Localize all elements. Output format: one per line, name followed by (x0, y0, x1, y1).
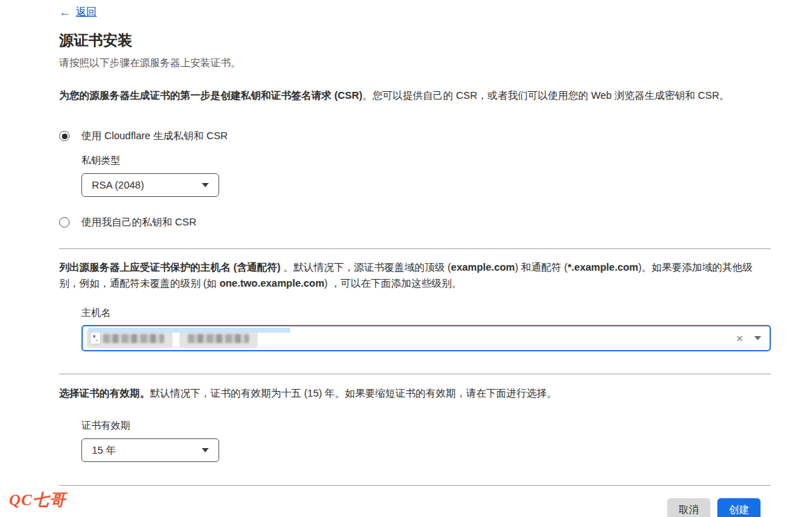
section-divider (59, 374, 771, 374)
private-key-type-label: 私钥类型 (81, 154, 771, 167)
radio-option-own-label: 使用我自己的私钥和 CSR (81, 216, 196, 229)
hostnames-paragraph: 列出源服务器上应受证书保护的主机名 (含通配符) 。默认情况下，源证书覆盖域的顶… (59, 260, 771, 292)
radio-button-selected-icon[interactable] (59, 131, 70, 141)
hostname-multiselect-input[interactable]: *. × (81, 325, 771, 351)
validity-bold-text: 选择证书的有效期。 (59, 388, 150, 399)
cancel-button[interactable]: 取消 (667, 498, 710, 517)
page-subtitle: 请按照以下步骤在源服务器上安装证书。 (59, 56, 771, 70)
hostname-label: 主机名 (81, 307, 771, 319)
chevron-down-icon[interactable] (754, 336, 761, 340)
validity-paragraph: 选择证书的有效期。默认情况下，证书的有效期为十五 (15) 年。如果要缩短证书的… (59, 385, 771, 401)
wildcard-prefix: *. (90, 332, 101, 344)
back-navigation[interactable]: ← 返回 (59, 6, 771, 19)
masked-hostname-text (188, 334, 249, 343)
intro-paragraph: 为您的源服务器生成证书的第一步是创建私钥和证书签名请求 (CSR)。您可以提供自… (59, 88, 771, 104)
radio-option-own-csr[interactable]: 使用我自己的私钥和 CSR (59, 216, 771, 229)
radio-option-cloudflare-csr[interactable]: 使用 Cloudflare 生成私钥和 CSR (59, 129, 771, 143)
chevron-down-icon (202, 448, 209, 452)
footer-actions: 取消 创建 (59, 498, 771, 517)
back-link[interactable]: 返回 (76, 6, 97, 19)
origin-cert-install-page: ← 返回 源证书安装 请按照以下步骤在源服务器上安装证书。 为您的源服务器生成证… (0, 0, 812, 517)
clear-icon[interactable]: × (736, 333, 743, 344)
create-button[interactable]: 创建 (717, 498, 761, 517)
cert-validity-select[interactable]: 15 年 (81, 438, 219, 462)
section-divider (59, 248, 771, 249)
intro-bold-text: 为您的源服务器生成证书的第一步是创建私钥和证书签名请求 (CSR) (59, 90, 363, 101)
intro-rest-text: 。您可以提供自己的 CSR，或者我们可以使用您的 Web 浏览器生成密钥和 CS… (363, 90, 729, 101)
footer-divider (59, 485, 771, 486)
back-arrow-icon[interactable]: ← (59, 6, 71, 18)
cert-validity-value: 15 年 (92, 444, 116, 457)
chevron-down-icon (202, 183, 209, 187)
radio-button-unselected-icon[interactable] (59, 217, 70, 228)
private-key-type-select[interactable]: RSA (2048) (81, 173, 219, 197)
cert-validity-label: 证书有效期 (81, 420, 771, 432)
selection-highlight (88, 328, 290, 333)
private-key-type-value: RSA (2048) (92, 180, 144, 191)
page-title: 源证书安装 (59, 31, 771, 50)
validity-rest-text: 默认情况下，证书的有效期为十五 (15) 年。如果要缩短证书的有效期，请在下面进… (150, 388, 557, 399)
radio-option-cloudflare-label: 使用 Cloudflare 生成私钥和 CSR (81, 129, 228, 143)
masked-hostname-text (103, 334, 164, 343)
watermark: QC七哥 (9, 489, 66, 511)
